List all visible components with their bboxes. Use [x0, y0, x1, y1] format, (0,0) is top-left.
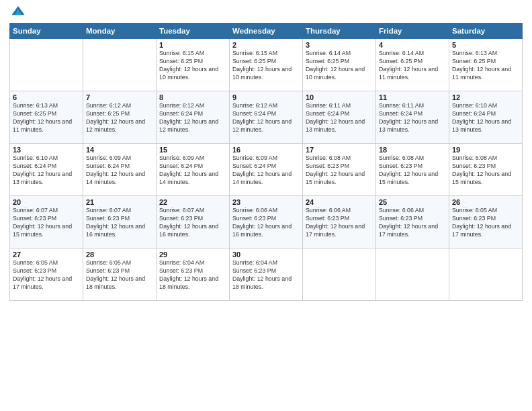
day-info: Sunrise: 6:15 AM Sunset: 6:25 PM Dayligh… — [159, 50, 226, 82]
day-cell: 25Sunrise: 6:06 AM Sunset: 6:23 PM Dayli… — [376, 196, 449, 248]
day-info: Sunrise: 6:11 AM Sunset: 6:24 PM Dayligh… — [306, 102, 373, 134]
day-number: 18 — [379, 146, 446, 154]
day-info: Sunrise: 6:07 AM Sunset: 6:23 PM Dayligh… — [13, 207, 80, 239]
day-info: Sunrise: 6:07 AM Sunset: 6:23 PM Dayligh… — [86, 207, 153, 239]
day-info: Sunrise: 6:05 AM Sunset: 6:23 PM Dayligh… — [452, 207, 519, 239]
week-row-4: 20Sunrise: 6:07 AM Sunset: 6:23 PM Dayli… — [10, 196, 523, 248]
day-info: Sunrise: 6:07 AM Sunset: 6:23 PM Dayligh… — [159, 207, 226, 239]
day-info: Sunrise: 6:04 AM Sunset: 6:23 PM Dayligh… — [232, 259, 300, 291]
day-cell: 1Sunrise: 6:15 AM Sunset: 6:25 PM Daylig… — [157, 39, 230, 91]
day-cell: 5Sunrise: 6:13 AM Sunset: 6:25 PM Daylig… — [449, 39, 523, 91]
day-info: Sunrise: 6:06 AM Sunset: 6:23 PM Dayligh… — [232, 207, 300, 239]
header — [9, 7, 523, 19]
day-info: Sunrise: 6:13 AM Sunset: 6:25 PM Dayligh… — [452, 50, 519, 82]
day-number: 11 — [379, 93, 446, 101]
day-info: Sunrise: 6:09 AM Sunset: 6:24 PM Dayligh… — [232, 154, 300, 187]
weekday-header-sunday: Sunday — [10, 24, 83, 39]
day-info: Sunrise: 6:12 AM Sunset: 6:25 PM Dayligh… — [86, 102, 153, 134]
week-row-5: 27Sunrise: 6:05 AM Sunset: 6:23 PM Dayli… — [10, 248, 523, 301]
day-info: Sunrise: 6:12 AM Sunset: 6:24 PM Dayligh… — [232, 102, 300, 134]
day-cell: 19Sunrise: 6:08 AM Sunset: 6:23 PM Dayli… — [449, 144, 523, 196]
day-number: 15 — [159, 146, 226, 154]
day-cell: 27Sunrise: 6:05 AM Sunset: 6:23 PM Dayli… — [10, 248, 83, 301]
day-number: 5 — [452, 41, 519, 49]
day-cell: 2Sunrise: 6:15 AM Sunset: 6:25 PM Daylig… — [230, 39, 303, 91]
day-info: Sunrise: 6:06 AM Sunset: 6:23 PM Dayligh… — [306, 207, 373, 239]
day-cell: 10Sunrise: 6:11 AM Sunset: 6:24 PM Dayli… — [303, 91, 376, 144]
day-cell — [10, 39, 83, 91]
logo — [9, 7, 27, 19]
day-cell: 7Sunrise: 6:12 AM Sunset: 6:25 PM Daylig… — [83, 91, 157, 144]
day-cell: 9Sunrise: 6:12 AM Sunset: 6:24 PM Daylig… — [230, 91, 303, 144]
weekday-header-friday: Friday — [376, 24, 449, 39]
day-number: 26 — [452, 198, 519, 206]
day-cell: 29Sunrise: 6:04 AM Sunset: 6:23 PM Dayli… — [157, 248, 230, 301]
day-cell: 11Sunrise: 6:11 AM Sunset: 6:24 PM Dayli… — [376, 91, 449, 144]
weekday-header-tuesday: Tuesday — [157, 24, 230, 39]
day-number: 22 — [159, 198, 226, 206]
day-info: Sunrise: 6:09 AM Sunset: 6:24 PM Dayligh… — [159, 154, 226, 187]
day-cell: 22Sunrise: 6:07 AM Sunset: 6:23 PM Dayli… — [157, 196, 230, 248]
day-cell: 16Sunrise: 6:09 AM Sunset: 6:24 PM Dayli… — [230, 144, 303, 196]
day-info: Sunrise: 6:10 AM Sunset: 6:24 PM Dayligh… — [452, 102, 519, 134]
day-cell: 15Sunrise: 6:09 AM Sunset: 6:24 PM Dayli… — [157, 144, 230, 196]
day-number: 2 — [232, 41, 300, 49]
day-info: Sunrise: 6:09 AM Sunset: 6:24 PM Dayligh… — [86, 154, 153, 187]
day-number: 17 — [306, 146, 373, 154]
day-info: Sunrise: 6:12 AM Sunset: 6:24 PM Dayligh… — [159, 102, 226, 134]
day-info: Sunrise: 6:10 AM Sunset: 6:24 PM Dayligh… — [13, 154, 80, 187]
day-number: 21 — [86, 198, 153, 206]
day-info: Sunrise: 6:06 AM Sunset: 6:23 PM Dayligh… — [379, 207, 446, 239]
day-info: Sunrise: 6:05 AM Sunset: 6:23 PM Dayligh… — [13, 259, 80, 291]
day-cell: 23Sunrise: 6:06 AM Sunset: 6:23 PM Dayli… — [230, 196, 303, 248]
day-cell: 4Sunrise: 6:14 AM Sunset: 6:25 PM Daylig… — [376, 39, 449, 91]
weekday-header-wednesday: Wednesday — [230, 24, 303, 39]
weekday-header-monday: Monday — [83, 24, 157, 39]
calendar-table: SundayMondayTuesdayWednesdayThursdayFrid… — [9, 23, 523, 301]
weekday-header-saturday: Saturday — [449, 24, 523, 39]
week-row-3: 13Sunrise: 6:10 AM Sunset: 6:24 PM Dayli… — [10, 144, 523, 196]
day-info: Sunrise: 6:05 AM Sunset: 6:23 PM Dayligh… — [86, 259, 153, 291]
day-number: 7 — [86, 93, 153, 101]
day-cell: 20Sunrise: 6:07 AM Sunset: 6:23 PM Dayli… — [10, 196, 83, 248]
day-number: 23 — [232, 198, 300, 206]
day-number: 28 — [86, 250, 153, 259]
day-cell: 21Sunrise: 6:07 AM Sunset: 6:23 PM Dayli… — [83, 196, 157, 248]
day-number: 10 — [306, 93, 373, 101]
day-number: 20 — [13, 198, 80, 206]
day-cell: 30Sunrise: 6:04 AM Sunset: 6:23 PM Dayli… — [230, 248, 303, 301]
page: SundayMondayTuesdayWednesdayThursdayFrid… — [0, 0, 532, 411]
day-info: Sunrise: 6:14 AM Sunset: 6:25 PM Dayligh… — [306, 50, 373, 82]
day-cell — [83, 39, 157, 91]
day-cell: 6Sunrise: 6:13 AM Sunset: 6:25 PM Daylig… — [10, 91, 83, 144]
day-info: Sunrise: 6:11 AM Sunset: 6:24 PM Dayligh… — [379, 102, 446, 134]
day-cell — [449, 248, 523, 301]
day-info: Sunrise: 6:04 AM Sunset: 6:23 PM Dayligh… — [159, 259, 226, 291]
weekday-header-row: SundayMondayTuesdayWednesdayThursdayFrid… — [10, 24, 523, 39]
day-number: 3 — [306, 41, 373, 49]
day-cell: 12Sunrise: 6:10 AM Sunset: 6:24 PM Dayli… — [449, 91, 523, 144]
day-cell: 3Sunrise: 6:14 AM Sunset: 6:25 PM Daylig… — [303, 39, 376, 91]
day-cell: 13Sunrise: 6:10 AM Sunset: 6:24 PM Dayli… — [10, 144, 83, 196]
day-info: Sunrise: 6:08 AM Sunset: 6:23 PM Dayligh… — [452, 154, 519, 187]
day-cell: 28Sunrise: 6:05 AM Sunset: 6:23 PM Dayli… — [83, 248, 157, 301]
day-number: 6 — [13, 93, 80, 101]
day-number: 14 — [86, 146, 153, 154]
week-row-2: 6Sunrise: 6:13 AM Sunset: 6:25 PM Daylig… — [10, 91, 523, 144]
day-info: Sunrise: 6:15 AM Sunset: 6:25 PM Dayligh… — [232, 50, 300, 82]
day-cell: 8Sunrise: 6:12 AM Sunset: 6:24 PM Daylig… — [157, 91, 230, 144]
day-number: 30 — [232, 250, 300, 259]
day-cell: 18Sunrise: 6:08 AM Sunset: 6:23 PM Dayli… — [376, 144, 449, 196]
day-number: 12 — [452, 93, 519, 101]
day-number: 13 — [13, 146, 80, 154]
day-number: 4 — [379, 41, 446, 49]
week-row-1: 1Sunrise: 6:15 AM Sunset: 6:25 PM Daylig… — [10, 39, 523, 91]
day-cell: 24Sunrise: 6:06 AM Sunset: 6:23 PM Dayli… — [303, 196, 376, 248]
day-info: Sunrise: 6:08 AM Sunset: 6:23 PM Dayligh… — [379, 154, 446, 187]
day-number: 27 — [13, 250, 80, 259]
weekday-header-thursday: Thursday — [303, 24, 376, 39]
day-cell — [376, 248, 449, 301]
day-number: 24 — [306, 198, 373, 206]
day-cell: 26Sunrise: 6:05 AM Sunset: 6:23 PM Dayli… — [449, 196, 523, 248]
day-cell — [303, 248, 376, 301]
